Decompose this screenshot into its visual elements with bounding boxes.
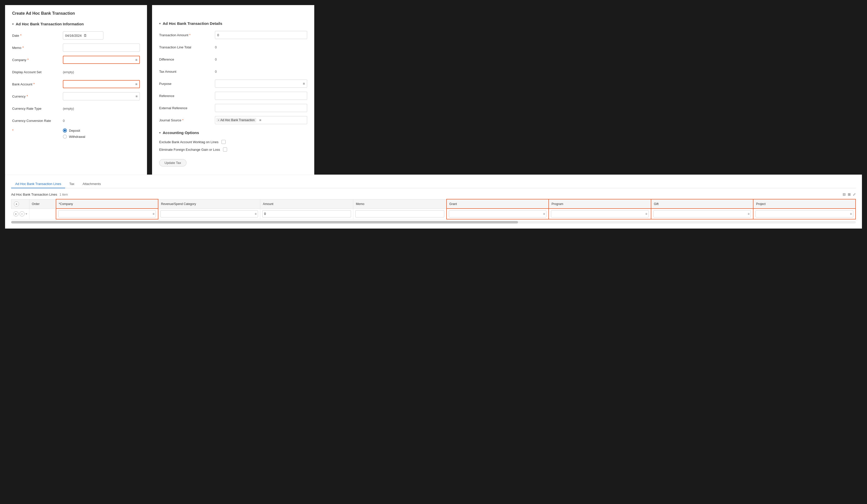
difference-row: Difference 0: [159, 55, 307, 64]
bottom-section: Ad Hoc Bank Transaction Lines Tax Attach…: [5, 174, 862, 228]
journal-source-field[interactable]: × Ad Hoc Bank Transaction ≡: [215, 116, 307, 124]
row-memo-input-wrap[interactable]: [355, 210, 444, 217]
tabs-bar: Ad Hoc Bank Transaction Lines Tax Attach…: [11, 180, 856, 188]
date-field[interactable]: 04/16/2024 🗓: [63, 31, 104, 40]
row-project-list-icon[interactable]: ≡: [849, 212, 853, 216]
bank-account-field[interactable]: ≡: [63, 80, 140, 88]
external-reference-input[interactable]: [215, 104, 307, 112]
row-remove-button[interactable]: −: [20, 211, 24, 216]
row-gift-list-icon[interactable]: ≡: [746, 212, 751, 216]
currency-list-icon[interactable]: ≡: [133, 93, 140, 99]
currency-conversion-rate-row: Currency Conversion Rate 0: [12, 116, 140, 125]
row-memo-input[interactable]: [355, 211, 444, 217]
transaction-amount-label: Transaction Amount *: [159, 33, 215, 37]
row-program-list-icon[interactable]: ≡: [644, 212, 649, 216]
row-gift-input-wrap[interactable]: ≡: [653, 210, 751, 217]
row-company-cell: ≡: [56, 208, 158, 219]
row-company-input-wrap[interactable]: ≡: [58, 210, 156, 217]
transaction-lines-table: + Order *Company Revenue/Spend Category …: [11, 199, 856, 219]
tab-tax[interactable]: Tax: [65, 180, 78, 188]
company-label: Company *: [12, 58, 63, 62]
row-amount-input-wrap[interactable]: [262, 210, 351, 217]
memo-label: Memo *: [12, 46, 63, 50]
left-section-chevron-icon[interactable]: ▾: [12, 22, 14, 26]
col-company: *Company: [56, 199, 158, 208]
grid-icon[interactable]: ⊞: [848, 192, 851, 196]
currency-field[interactable]: ≡: [63, 92, 140, 100]
purpose-list-icon[interactable]: ≡: [301, 81, 307, 87]
bank-account-input[interactable]: [63, 81, 133, 88]
accounting-chevron-icon[interactable]: ▾: [159, 131, 161, 135]
purpose-row: Purpose ≡: [159, 79, 307, 88]
row-drag-handle[interactable]: ▾: [25, 212, 27, 216]
date-label: Date *: [12, 33, 63, 37]
row-grant-list-icon[interactable]: ≡: [542, 212, 546, 216]
purpose-field[interactable]: ≡: [215, 79, 307, 88]
deposit-radio[interactable]: Deposit: [63, 128, 85, 132]
right-section-chevron-icon[interactable]: ▾: [159, 22, 161, 25]
col-amount: Amount: [260, 199, 353, 208]
reference-input[interactable]: [215, 92, 307, 100]
expand-icon[interactable]: ⤢: [853, 192, 856, 196]
table-title: Ad Hoc Bank Transaction Lines: [11, 193, 57, 196]
currency-input[interactable]: [63, 93, 133, 100]
display-account-set-value: (empty): [63, 70, 74, 74]
date-required-star: *: [20, 33, 21, 37]
tab-transaction-lines[interactable]: Ad Hoc Bank Transaction Lines: [11, 180, 65, 188]
tab-attachments[interactable]: Attachments: [78, 180, 105, 188]
date-row: Date * 04/16/2024 🗓: [12, 31, 140, 40]
row-category-input-wrap[interactable]: ≡: [160, 210, 258, 217]
filter-icon[interactable]: ⊟: [843, 192, 846, 196]
transaction-amount-input[interactable]: [215, 31, 307, 39]
transaction-line-total-value: 0: [215, 45, 217, 49]
row-amount-input[interactable]: [263, 211, 351, 217]
transaction-amount-row: Transaction Amount *: [159, 31, 307, 39]
row-gift-cell: ≡: [651, 208, 753, 219]
eliminate-fx-checkbox[interactable]: [223, 148, 227, 151]
row-controls-cell: + − ▾: [11, 208, 29, 219]
row-project-input[interactable]: [756, 211, 849, 217]
company-list-icon[interactable]: ≡: [133, 57, 139, 63]
withdrawal-radio-circle[interactable]: [63, 135, 67, 139]
row-project-input-wrap[interactable]: ≡: [756, 210, 853, 217]
page-title: Create Ad Hoc Bank Transaction: [12, 11, 140, 16]
date-value: 04/16/2024: [65, 34, 82, 37]
exclude-bank-checkbox[interactable]: [222, 140, 226, 144]
row-company-input[interactable]: [58, 211, 152, 217]
deposit-radio-circle[interactable]: [63, 128, 67, 132]
row-category-list-icon[interactable]: ≡: [254, 212, 258, 216]
tax-amount-label: Tax Amount: [159, 70, 215, 74]
journal-source-label: Journal Source *: [159, 118, 215, 122]
memo-input[interactable]: [63, 44, 140, 52]
purpose-input[interactable]: [215, 80, 301, 87]
company-field[interactable]: ≡: [63, 56, 140, 64]
bank-account-list-icon[interactable]: ≡: [133, 81, 139, 87]
withdrawal-radio[interactable]: Withdrawal: [63, 135, 85, 139]
row-category-input[interactable]: [161, 211, 254, 217]
row-add-button[interactable]: +: [13, 211, 19, 216]
row-gift-input[interactable]: [654, 211, 747, 217]
add-row-button[interactable]: +: [14, 202, 19, 206]
journal-source-tag-label: Ad Hoc Bank Transaction: [220, 118, 255, 122]
journal-source-list-icon[interactable]: ≡: [257, 117, 263, 123]
transaction-type-row: * Deposit Withdrawal: [12, 128, 140, 139]
horizontal-scrollbar[interactable]: [11, 221, 856, 224]
col-program: Program: [549, 199, 651, 208]
bank-account-required-star: *: [33, 82, 35, 86]
update-tax-button[interactable]: Update Tax: [159, 159, 186, 167]
row-program-input[interactable]: [551, 211, 644, 217]
calendar-icon[interactable]: 🗓: [84, 34, 87, 37]
accounting-section-title: Accounting Options: [163, 130, 199, 135]
row-program-cell: ≡: [549, 208, 651, 219]
display-account-set-row: Display Account Set (empty): [12, 68, 140, 76]
row-program-input-wrap[interactable]: ≡: [551, 210, 649, 217]
scrollbar-thumb[interactable]: [11, 221, 518, 224]
transaction-type-required: *: [12, 128, 63, 132]
journal-source-tag-close[interactable]: ×: [218, 119, 219, 122]
row-company-list-icon[interactable]: ≡: [151, 212, 156, 216]
tax-amount-row: Tax Amount 0: [159, 67, 307, 76]
row-grant-input-wrap[interactable]: ≡: [449, 210, 547, 217]
row-grant-input[interactable]: [449, 211, 542, 217]
col-gift: Gift: [651, 199, 753, 208]
company-input[interactable]: [63, 56, 133, 63]
